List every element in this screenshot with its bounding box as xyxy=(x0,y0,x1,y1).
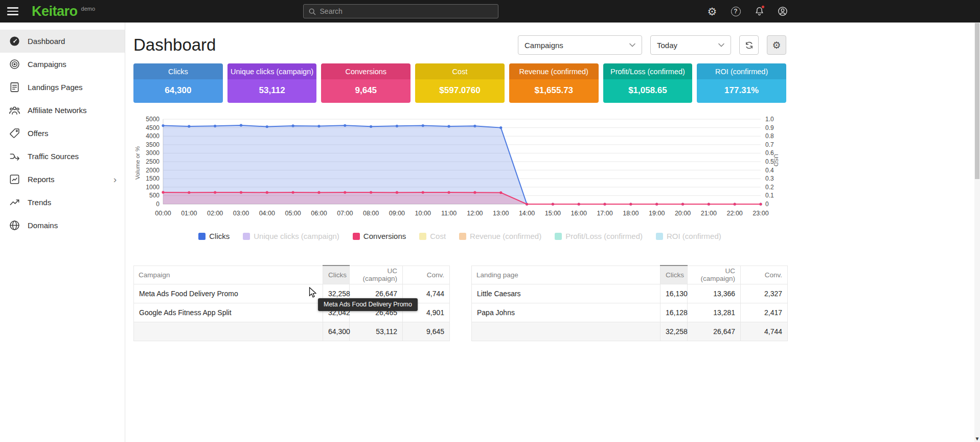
campaign-name-cell[interactable]: Meta Ads Food Delivery Promo xyxy=(134,284,323,303)
svg-text:500: 500 xyxy=(149,192,159,199)
metric-card-clicks[interactable]: Clicks64,300 xyxy=(133,63,223,103)
svg-text:02:00: 02:00 xyxy=(207,210,223,217)
metric-label: Cost xyxy=(415,63,505,79)
sidebar-item-traffic-sources[interactable]: Traffic Sources xyxy=(0,145,125,168)
dashboard-settings-button[interactable]: ⚙ xyxy=(767,35,786,55)
table-row[interactable]: Papa Johns 16,128 13,281 2,417 xyxy=(472,303,788,322)
notifications-bell-icon[interactable] xyxy=(753,5,765,17)
column-header-conv[interactable]: Conv. xyxy=(741,266,788,284)
legend-swatch xyxy=(198,233,206,240)
metric-card-revenue[interactable]: Revenue (confirmed)$1,655.73 xyxy=(509,63,599,103)
users-group-icon xyxy=(8,104,20,117)
sidebar-item-offers[interactable]: Offers xyxy=(0,122,125,145)
svg-text:0: 0 xyxy=(765,201,769,208)
report-chart-icon xyxy=(8,173,20,186)
svg-text:00:00: 00:00 xyxy=(155,210,171,217)
metric-card-roi[interactable]: ROI (confirmed)177.31% xyxy=(697,63,786,103)
svg-text:2000: 2000 xyxy=(146,167,159,174)
bullseye-icon xyxy=(8,58,20,71)
table-header-row: Landing page Clicks UC (campaign) Conv. xyxy=(472,266,788,284)
landing-name-cell[interactable]: Little Caesars xyxy=(472,284,660,303)
hamburger-menu-icon[interactable] xyxy=(7,6,20,16)
metric-cards-row: Clicks64,300Unique clicks (campaign)53,1… xyxy=(133,63,786,103)
metric-label: Profit/Loss (confirmed) xyxy=(603,63,693,79)
topbar-icons: ⚙ ? xyxy=(706,5,789,17)
svg-text:5000: 5000 xyxy=(146,116,159,123)
logo-text: Keitaro xyxy=(32,5,78,18)
scrollbar[interactable]: ▼ xyxy=(974,23,980,442)
sidebar-item-dashboard[interactable]: Dashboard xyxy=(0,30,125,53)
svg-text:23:00: 23:00 xyxy=(753,210,768,217)
totals-uc-cell: 53,112 xyxy=(350,322,403,341)
clicks-cell: 16,128 xyxy=(660,303,688,322)
metric-card-unique-clicks[interactable]: Unique clicks (campaign)53,112 xyxy=(227,63,317,103)
chevron-down-icon xyxy=(718,43,724,47)
svg-text:09:00: 09:00 xyxy=(389,210,405,217)
svg-text:0.7: 0.7 xyxy=(765,141,774,148)
metric-value: 9,645 xyxy=(321,79,411,103)
price-tag-icon xyxy=(8,127,20,140)
sidebar: Dashboard Campaigns Landings Pages Affil… xyxy=(0,23,125,442)
table-row[interactable]: Little Caesars 16,130 13,366 2,327 xyxy=(472,284,788,303)
settings-gear-icon[interactable]: ⚙ xyxy=(706,5,718,17)
logo[interactable]: Keitaro demo xyxy=(32,5,95,18)
logo-demo-label: demo xyxy=(81,6,96,12)
svg-text:13:00: 13:00 xyxy=(493,210,509,217)
sidebar-item-campaigns[interactable]: Campaigns xyxy=(0,53,125,76)
document-icon xyxy=(8,81,20,94)
legend-swatch xyxy=(243,233,250,240)
column-header-landing-page[interactable]: Landing page xyxy=(472,266,660,284)
legend-swatch xyxy=(555,233,562,240)
legend-item-clicks[interactable]: Clicks xyxy=(198,232,230,240)
help-icon[interactable]: ? xyxy=(730,5,742,17)
question-glyph: ? xyxy=(731,7,741,16)
column-header-clicks[interactable]: Clicks xyxy=(660,266,688,284)
legend-item-unique-clicks-campaign[interactable]: Unique clicks (campaign) xyxy=(243,232,339,240)
legend-item-revenue-confirmed[interactable]: Revenue (confirmed) xyxy=(459,232,541,240)
sidebar-item-trends[interactable]: Trends xyxy=(0,191,125,214)
legend-item-conversions[interactable]: Conversions xyxy=(353,232,406,240)
refresh-button[interactable] xyxy=(739,35,759,55)
svg-text:20:00: 20:00 xyxy=(675,210,691,217)
sidebar-item-domains[interactable]: Domains xyxy=(0,214,125,237)
landing-name-cell[interactable]: Papa Johns xyxy=(472,303,660,322)
legend-item-roi-confirmed[interactable]: ROI (confirmed) xyxy=(656,232,721,240)
legend-label: ROI (confirmed) xyxy=(667,232,721,240)
search-input[interactable] xyxy=(320,7,493,15)
legend-label: Unique clicks (campaign) xyxy=(254,232,339,240)
sidebar-item-label: Reports xyxy=(28,175,55,184)
metric-card-conversions[interactable]: Conversions9,645 xyxy=(321,63,411,103)
svg-text:21:00: 21:00 xyxy=(701,210,717,217)
totals-conv-cell: 9,645 xyxy=(403,322,450,341)
metric-card-profit-loss[interactable]: Profit/Loss (confirmed)$1,058.65 xyxy=(603,63,693,103)
column-header-uc-campaign[interactable]: UC (campaign) xyxy=(688,266,741,284)
sidebar-item-label: Offers xyxy=(28,129,49,138)
sidebar-item-landings-pages[interactable]: Landings Pages xyxy=(0,76,125,99)
summary-tables: Campaign Clicks UC (campaign) Conv. Meta… xyxy=(133,265,786,341)
grouping-select[interactable]: Campaigns xyxy=(518,35,642,55)
column-header-campaign[interactable]: Campaign xyxy=(134,266,323,284)
account-icon[interactable] xyxy=(777,5,789,17)
totals-row: 32,258 26,647 4,744 xyxy=(472,322,788,341)
conv-cell: 2,417 xyxy=(741,303,788,322)
metric-label: Clicks xyxy=(133,63,223,79)
metric-label: Conversions xyxy=(321,63,411,79)
sidebar-item-affiliate-networks[interactable]: Affiliate Networks xyxy=(0,99,125,122)
legend-item-profit-loss-confirmed[interactable]: Profit/Loss (confirmed) xyxy=(555,232,643,240)
column-header-uc-campaign[interactable]: UC (campaign) xyxy=(350,266,403,284)
column-header-conv[interactable]: Conv. xyxy=(403,266,450,284)
metric-value: 64,300 xyxy=(133,79,223,103)
svg-text:2500: 2500 xyxy=(146,158,159,165)
legend-label: Conversions xyxy=(363,232,406,240)
scrollbar-thumb[interactable] xyxy=(975,23,979,179)
svg-text:04:00: 04:00 xyxy=(259,210,275,217)
sidebar-item-reports[interactable]: Reports › xyxy=(0,168,125,191)
legend-item-cost[interactable]: Cost xyxy=(419,232,446,240)
metric-card-cost[interactable]: Cost$597.0760 xyxy=(415,63,505,103)
clicks-cell: 16,130 xyxy=(660,284,688,303)
scrollbar-down-arrow[interactable]: ▼ xyxy=(974,436,980,441)
search-box[interactable] xyxy=(303,4,498,18)
campaign-name-cell[interactable]: Google Ads Fitness App Split xyxy=(134,303,323,322)
date-range-select[interactable]: Today xyxy=(650,35,731,55)
column-header-clicks[interactable]: Clicks xyxy=(323,266,350,284)
